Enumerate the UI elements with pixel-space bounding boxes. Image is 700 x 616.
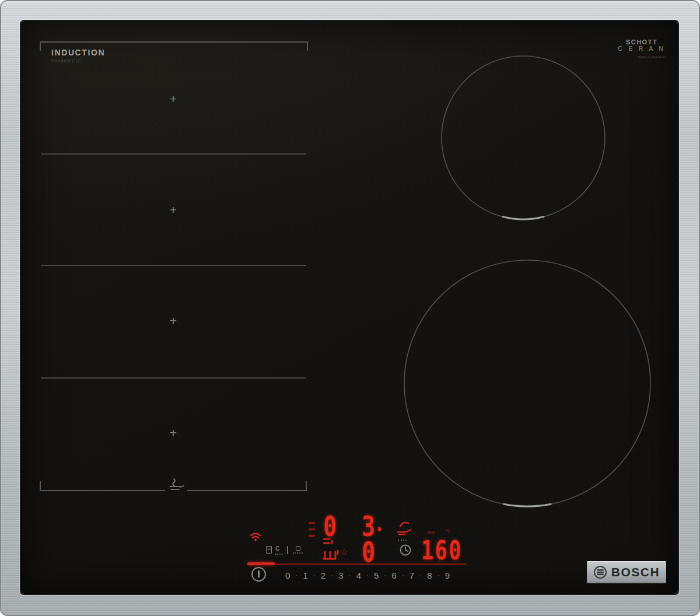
slider-level-4[interactable]: 4 xyxy=(356,570,361,580)
power-button[interactable] xyxy=(251,567,266,582)
slider-level-2[interactable]: 2 xyxy=(321,570,326,580)
bosch-anchor-icon xyxy=(593,565,607,579)
slider-level-5[interactable]: 5 xyxy=(374,570,379,580)
wifi-icon[interactable] xyxy=(250,532,261,542)
front-right-zone-marker xyxy=(504,504,551,506)
slider-level-0[interactable]: 0 xyxy=(285,570,290,580)
front-zone-display-dot xyxy=(378,527,381,531)
slider-separator: · xyxy=(349,572,351,579)
rear-right-display[interactable]: 0 xyxy=(362,538,375,566)
childlock-key-letter: C xyxy=(275,546,283,552)
star-icon[interactable]: ☆ xyxy=(340,546,348,558)
cooking-zone-rings xyxy=(0,0,700,616)
timer-clock-icon[interactable] xyxy=(399,544,412,556)
front-right-zone-ring xyxy=(404,260,650,506)
slider-level-9[interactable]: 9 xyxy=(445,570,450,580)
wipe-protection-icon[interactable] xyxy=(266,546,272,554)
slider-active-segment xyxy=(247,562,275,565)
fry-sensor-label xyxy=(398,540,407,541)
slider-level-7[interactable]: 7 xyxy=(410,570,414,580)
level-dash-3 xyxy=(309,535,315,537)
slider-level-3[interactable]: 3 xyxy=(338,570,343,580)
flex-zone-config-display[interactable] xyxy=(320,537,341,562)
slider-separator: · xyxy=(331,572,333,579)
slider-separator: · xyxy=(402,572,404,579)
slider-separator: · xyxy=(384,572,386,579)
flex-zone-display[interactable]: 0 xyxy=(323,512,337,540)
fry-sensor-icon[interactable] xyxy=(394,518,413,538)
level-dash-1 xyxy=(309,522,315,524)
slider-level-6[interactable]: 6 xyxy=(391,570,396,580)
slider-separator: · xyxy=(366,572,368,579)
pause-key-icon[interactable] xyxy=(293,546,303,554)
fry-temp-right-label: °C xyxy=(446,529,450,533)
slider-level-8[interactable]: 8 xyxy=(427,570,432,580)
induction-hob: + + + + INDUCTION PXX645FC1E SCHOTT C E … xyxy=(0,0,700,616)
bosch-wordmark: BOSCH xyxy=(611,565,660,579)
slider-separator: · xyxy=(296,572,298,579)
key-divider xyxy=(287,546,288,554)
fry-temp-display[interactable]: 160 xyxy=(421,538,463,564)
slider-track-line xyxy=(247,564,467,565)
slider-separator: · xyxy=(438,572,439,579)
slider-separator: · xyxy=(313,572,315,579)
slider-level-1[interactable]: 1 xyxy=(303,570,307,580)
slider-separator: · xyxy=(420,572,422,579)
fry-temp-left-label: min xyxy=(428,530,435,534)
power-level-slider[interactable]: 0·1·2·3·4·5·6·7·8·9 xyxy=(285,569,450,582)
rear-right-zone-ring xyxy=(442,56,605,219)
rear-right-zone-marker xyxy=(503,217,544,219)
childlock-key-icon[interactable]: C xyxy=(275,546,283,555)
bosch-badge: BOSCH xyxy=(587,561,666,583)
level-dash-2 xyxy=(309,528,315,530)
